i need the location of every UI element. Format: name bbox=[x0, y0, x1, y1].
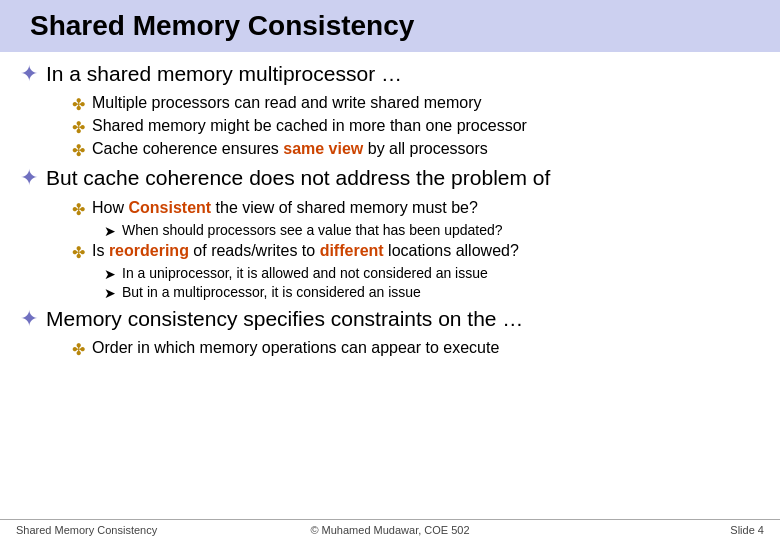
bullet-2-sub-1: ✤ How Consistent the view of shared memo… bbox=[72, 198, 760, 219]
diamond-icon-1: ✦ bbox=[20, 61, 38, 87]
slide: Shared Memory Consistency ✦ In a shared … bbox=[0, 0, 780, 540]
highlight-consistent: Consistent bbox=[128, 199, 211, 216]
bullet-2-sub-2-subsublist: ➤ In a uniprocessor, it is allowed and n… bbox=[104, 264, 760, 301]
highlight-same-view: same view bbox=[283, 140, 363, 157]
fleur-icon: ✤ bbox=[72, 243, 85, 262]
bullet-2-sub-2: ✤ Is reordering of reads/writes to diffe… bbox=[72, 241, 760, 262]
fleur-icon: ✤ bbox=[72, 340, 85, 359]
bullet-1-sub-3-text: Cache coherence ensures same view by all… bbox=[92, 139, 488, 160]
diamond-icon-3: ✦ bbox=[20, 306, 38, 332]
footer-left: Shared Memory Consistency bbox=[16, 524, 263, 536]
slide-content: ✦ In a shared memory multiprocessor … ✤ … bbox=[0, 60, 780, 519]
bullet-3-sublist: ✤ Order in which memory operations can a… bbox=[72, 338, 760, 359]
bullet-2-sub-1-ss-1: ➤ When should processors see a value tha… bbox=[104, 221, 760, 239]
bullet-3-sub-1-text: Order in which memory operations can app… bbox=[92, 338, 499, 359]
bullet-1-sub-3: ✤ Cache coherence ensures same view by a… bbox=[72, 139, 760, 160]
fleur-icon: ✤ bbox=[72, 118, 85, 137]
fleur-icon: ✤ bbox=[72, 95, 85, 114]
bullet-2-sub-2-ss-1: ➤ In a uniprocessor, it is allowed and n… bbox=[104, 264, 760, 282]
title-bar: Shared Memory Consistency bbox=[0, 0, 780, 52]
bullet-3-sub-1: ✤ Order in which memory operations can a… bbox=[72, 338, 760, 359]
arrow-icon: ➤ bbox=[104, 223, 116, 239]
fleur-icon: ✤ bbox=[72, 141, 85, 160]
diamond-icon-2: ✦ bbox=[20, 165, 38, 191]
slide-footer: Shared Memory Consistency © Muhamed Muda… bbox=[0, 519, 780, 540]
bullet-1-sub-2: ✤ Shared memory might be cached in more … bbox=[72, 116, 760, 137]
bullet-2-sublist: ✤ How Consistent the view of shared memo… bbox=[72, 198, 760, 302]
bullet-2-text: But cache coherence does not address the… bbox=[46, 164, 550, 191]
bullet-3: ✦ Memory consistency specifies constrain… bbox=[20, 305, 760, 332]
bullet-1-sub-1: ✤ Multiple processors can read and write… bbox=[72, 93, 760, 114]
highlight-different: different bbox=[320, 242, 384, 259]
bullet-2-sub-2-ss-2: ➤ But in a multiprocessor, it is conside… bbox=[104, 283, 760, 301]
bullet-1-sub-2-text: Shared memory might be cached in more th… bbox=[92, 116, 527, 137]
bullet-2-sub-1-text: How Consistent the view of shared memory… bbox=[92, 198, 478, 219]
bullet-1-sub-1-text: Multiple processors can read and write s… bbox=[92, 93, 482, 114]
bullet-1: ✦ In a shared memory multiprocessor … bbox=[20, 60, 760, 87]
bullet-1-sublist: ✤ Multiple processors can read and write… bbox=[72, 93, 760, 160]
footer-right: Slide 4 bbox=[517, 524, 764, 536]
bullet-2: ✦ But cache coherence does not address t… bbox=[20, 164, 760, 191]
bullet-2-sub-1-ss-1-text: When should processors see a value that … bbox=[122, 221, 503, 239]
bullet-2-sub-1-subsublist: ➤ When should processors see a value tha… bbox=[104, 221, 760, 239]
bullet-2-sub-2-ss-2-text: But in a multiprocessor, it is considere… bbox=[122, 283, 421, 301]
fleur-icon: ✤ bbox=[72, 200, 85, 219]
footer-center: © Muhamed Mudawar, COE 502 bbox=[267, 524, 514, 536]
slide-title: Shared Memory Consistency bbox=[30, 10, 750, 42]
bullet-3-text: Memory consistency specifies constraints… bbox=[46, 305, 523, 332]
arrow-icon: ➤ bbox=[104, 266, 116, 282]
bullet-1-text: In a shared memory multiprocessor … bbox=[46, 60, 402, 87]
highlight-reordering: reordering bbox=[109, 242, 189, 259]
bullet-2-sub-2-ss-1-text: In a uniprocessor, it is allowed and not… bbox=[122, 264, 488, 282]
arrow-icon: ➤ bbox=[104, 285, 116, 301]
bullet-2-sub-2-text: Is reordering of reads/writes to differe… bbox=[92, 241, 519, 262]
